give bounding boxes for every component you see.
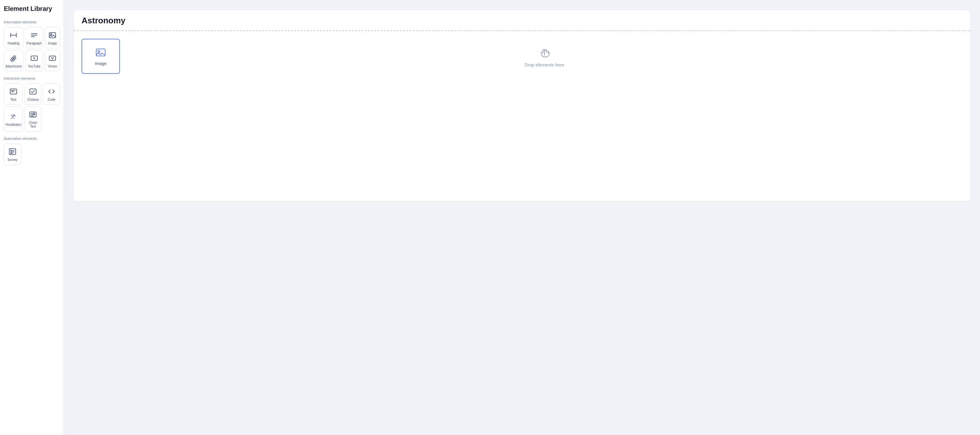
image-icon bbox=[48, 31, 57, 40]
svg-rect-28 bbox=[96, 49, 105, 56]
element-card-vimeo[interactable]: Vimeo bbox=[45, 50, 60, 71]
text-icon bbox=[9, 87, 18, 96]
vocabulary-icon: 文 A bbox=[9, 112, 18, 121]
informative-elements-grid: Heading Paragraph Image bbox=[4, 27, 60, 71]
element-card-cloze-text[interactable]: Cloze Text bbox=[25, 107, 41, 131]
code-icon bbox=[47, 87, 56, 96]
main-area: Astronomy Image bbox=[64, 0, 980, 435]
image-label: Image bbox=[48, 41, 57, 45]
element-card-choices[interactable]: Choices bbox=[25, 83, 41, 105]
element-card-vocabulary[interactable]: 文 A Vocabulary bbox=[4, 107, 23, 131]
text-label: Text bbox=[11, 98, 16, 102]
svg-point-29 bbox=[98, 51, 100, 53]
choices-label: Choices bbox=[27, 98, 39, 102]
canvas-drop-area[interactable]: Image Drop elements here bbox=[74, 30, 970, 81]
element-card-image[interactable]: Image bbox=[45, 27, 60, 48]
drop-placeholder-text: Drop elements here bbox=[525, 62, 564, 67]
sidebar: Element Library Informative elements Hea… bbox=[0, 0, 64, 435]
svg-point-7 bbox=[51, 33, 52, 35]
section-label-informative: Informative elements bbox=[4, 20, 60, 24]
canvas-title: Astronomy bbox=[81, 16, 963, 25]
dropped-image-label: Image bbox=[95, 61, 107, 66]
element-card-code[interactable]: Code bbox=[43, 83, 60, 105]
hand-icon bbox=[538, 45, 552, 59]
attachment-icon bbox=[9, 54, 18, 63]
vimeo-icon bbox=[48, 54, 57, 63]
vimeo-label: Vimeo bbox=[48, 65, 57, 69]
svg-rect-22 bbox=[33, 113, 35, 114]
choices-icon bbox=[29, 87, 37, 96]
vocabulary-label: Vocabulary bbox=[5, 123, 21, 127]
element-card-youtube[interactable]: YouTube bbox=[25, 50, 43, 71]
svg-rect-27 bbox=[9, 149, 11, 155]
element-card-paragraph[interactable]: Paragraph bbox=[25, 27, 43, 48]
element-card-text[interactable]: Text bbox=[4, 83, 23, 105]
cloze-text-icon bbox=[29, 110, 37, 119]
code-label: Code bbox=[48, 98, 55, 102]
interactive-elements-grid: Text Choices Code bbox=[4, 83, 60, 131]
youtube-icon bbox=[30, 54, 39, 63]
automation-elements-grid: Survey bbox=[4, 143, 60, 165]
app-title: Element Library bbox=[4, 5, 60, 13]
svg-rect-10 bbox=[49, 56, 56, 61]
element-card-heading[interactable]: Heading bbox=[4, 27, 23, 48]
survey-label: Survey bbox=[8, 158, 18, 162]
canvas-container: Astronomy Image bbox=[73, 10, 970, 201]
svg-rect-6 bbox=[49, 33, 56, 38]
survey-icon bbox=[8, 147, 17, 156]
attachment-label: Attachment bbox=[5, 65, 22, 69]
element-card-survey[interactable]: Survey bbox=[4, 143, 21, 165]
heading-icon bbox=[9, 31, 18, 40]
heading-label: Heading bbox=[8, 41, 19, 45]
section-label-automation: Automation elements bbox=[4, 137, 60, 140]
drop-placeholder[interactable]: Drop elements here bbox=[126, 39, 963, 74]
paragraph-icon bbox=[30, 31, 39, 40]
cloze-text-label: Cloze Text bbox=[26, 121, 40, 129]
svg-marker-9 bbox=[33, 57, 35, 59]
canvas-title-bar: Astronomy bbox=[74, 10, 970, 30]
section-label-interactive: Interactive elements bbox=[4, 76, 60, 80]
dropped-image-element[interactable]: Image bbox=[81, 39, 120, 74]
svg-text:A: A bbox=[13, 114, 16, 117]
element-card-attachment[interactable]: Attachment bbox=[4, 50, 23, 71]
paragraph-label: Paragraph bbox=[27, 41, 42, 45]
youtube-label: YouTube bbox=[28, 65, 40, 69]
dropped-image-icon bbox=[95, 47, 107, 59]
